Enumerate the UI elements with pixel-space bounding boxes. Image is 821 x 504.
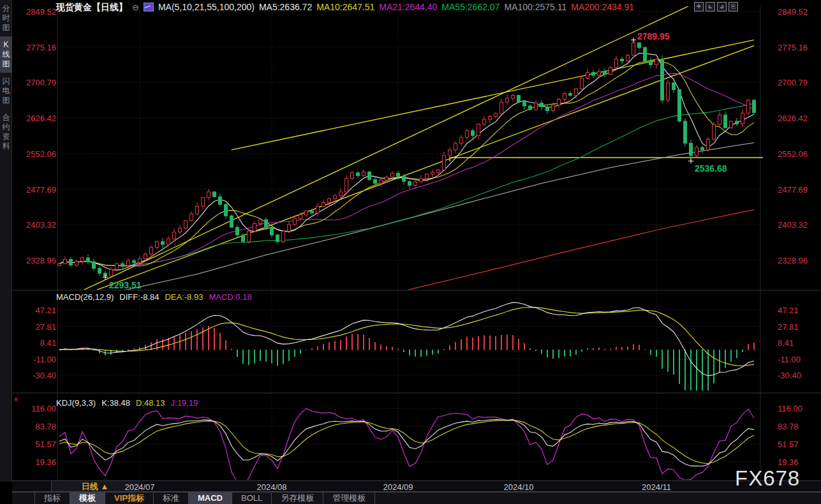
bottom-toolbar: 指标模板VIP指标标准MACDBOLL另存模板管理模板	[12, 492, 821, 504]
interval-arrow-icon: ▲	[100, 482, 108, 491]
crosshair-icon[interactable]: ✛	[694, 2, 704, 11]
macd-pane-header: MACD(26,12,9)DIFF:-8.84DEA:-8.93MACD:0.1…	[56, 292, 263, 302]
price-axis-label: 2328.96	[778, 255, 808, 265]
price-axis-label: 2552.06	[13, 149, 56, 158]
kdj-axis-label: 116.00	[13, 404, 56, 413]
kdj-axis-label: 19.36	[778, 457, 799, 467]
macd-axis-label: -11.00	[13, 354, 56, 364]
sidebar-item-合约资料[interactable]: 合约资料	[0, 109, 12, 155]
sidebar-item-闪电图[interactable]: 闪电图	[0, 73, 12, 109]
chart-type-icon	[144, 3, 154, 11]
indicator-value: MACD:0.18	[209, 292, 251, 302]
toolbar-button-指标[interactable]: 指标	[34, 493, 70, 504]
kdj-pane-header: KDJ(9,3,3)K:38.48D:48.13J:19.19	[56, 398, 209, 408]
macd-axis-label: 47.21	[13, 306, 56, 315]
indicator-value: DEA:-8.93	[165, 292, 203, 302]
kdj-axis-label: 83.78	[13, 422, 56, 431]
export-panel-icon[interactable]: ⎘	[729, 2, 738, 11]
sidebar-item-分时图[interactable]: 分时图	[0, 0, 12, 36]
price-axis-label: 2700.79	[13, 78, 56, 87]
price-axis-label: 2552.06	[778, 149, 808, 158]
price-axis-label: 2775.16	[778, 42, 808, 52]
price-axis-label: 2849.52	[13, 7, 56, 17]
sidebar-item-K线图[interactable]: K线图	[0, 36, 12, 73]
price-axis-label: 2626.42	[778, 114, 808, 123]
price-axis-label: 2403.32	[13, 220, 56, 230]
price-axis-label: 2626.42	[13, 114, 56, 123]
toolbar-button-MACD[interactable]: MACD	[189, 493, 232, 504]
macd-axis-label: 8.41	[13, 338, 56, 348]
price-annotation: 2536.68	[695, 163, 727, 174]
chart-header: 现货黄金【日线】⊖MA(5,10,21,55,100,200)MA5:2636.…	[56, 2, 643, 12]
collapse-icon[interactable]: ⊖	[132, 3, 139, 12]
alert-starburst-icon: ✳	[13, 396, 18, 404]
macd-axis-label: 27.81	[778, 322, 799, 331]
ma-value: MA200:2434.91	[571, 2, 634, 12]
kdj-axis-label: 51.57	[778, 440, 799, 449]
scale-left-icon[interactable]: ⊾	[706, 2, 715, 11]
kdj-axis-label: 51.57	[13, 440, 56, 449]
price-axis-label: 2849.52	[778, 7, 808, 17]
window-icons: ✛⊾⊿⎘	[694, 2, 738, 11]
x-axis-label: 2024/11	[642, 482, 671, 492]
kdj-axis-label: 83.78	[778, 422, 799, 431]
scale-right-icon[interactable]: ⊿	[717, 2, 727, 11]
ma-value: MA100:2575.11	[504, 2, 566, 12]
symbol-title: 现货黄金【日线】	[56, 2, 128, 12]
price-annotation: 2293.51	[109, 280, 142, 290]
x-axis-label: 2024/09	[383, 482, 413, 492]
ma-value: MA55:2662.07	[441, 2, 499, 12]
x-axis-label: 2024/08	[257, 482, 287, 492]
indicator-value: DIFF:-8.84	[119, 292, 159, 302]
watermark: FX678	[735, 466, 800, 491]
chart-application: 分时图K线图闪电图合约资料 现货黄金【日线】⊖MA(5,10,21,55,100…	[0, 0, 821, 504]
ma-value: MA5:2636.72	[259, 2, 312, 12]
price-axis-label: 2403.32	[778, 220, 808, 230]
chart-type-sidebar: 分时图K线图闪电图合约资料	[0, 0, 12, 482]
macd-params-label: MACD(26,12,9)	[56, 292, 114, 302]
price-annotation: 2789.95	[637, 31, 670, 41]
ma-params-label: MA(5,10,21,55,100,200)	[158, 2, 255, 12]
x-axis-label: 2024/10	[504, 482, 534, 492]
chart-canvas[interactable]	[0, 0, 821, 504]
ma-value: MA21:2644.40	[379, 2, 437, 12]
x-axis-label: 2024/07	[125, 482, 155, 492]
ma-values: MA5:2636.72MA10:2647.51MA21:2644.40MA55:…	[259, 2, 639, 12]
indicator-value: K:38.48	[101, 398, 130, 408]
kdj-params-label: KDJ(9,3,3)	[56, 398, 96, 408]
price-axis-label: 2700.79	[778, 78, 808, 87]
price-axis-label: 2775.16	[13, 42, 56, 52]
toolbar-button-标准[interactable]: 标准	[154, 493, 189, 504]
macd-axis-label: -11.00	[778, 354, 801, 364]
macd-axis-label: 27.81	[13, 322, 56, 331]
price-axis-label: 2328.96	[13, 255, 56, 265]
macd-axis-label: -30.40	[778, 371, 801, 380]
toolbar-button-VIP指标[interactable]: VIP指标	[105, 493, 154, 504]
price-axis-label: 2477.69	[13, 184, 56, 194]
kdj-axis-label: 116.00	[778, 404, 803, 413]
toolbar-button-另存模板[interactable]: 另存模板	[272, 493, 323, 504]
kdj-axis-label: 19.36	[13, 457, 56, 467]
ma-value: MA10:2647.51	[316, 2, 374, 12]
indicator-value: D:48.13	[136, 398, 165, 408]
price-axis-label: 2477.69	[778, 184, 808, 194]
interval-label: 日线	[82, 482, 98, 491]
toolbar-button-模板[interactable]: 模板	[70, 493, 105, 504]
macd-axis-label: -30.40	[13, 371, 56, 380]
toolbar-button-BOLL[interactable]: BOLL	[232, 493, 272, 504]
macd-axis-label: 8.41	[778, 338, 794, 348]
indicator-value: J:19.19	[171, 398, 198, 408]
toolbar-button-管理模板[interactable]: 管理模板	[323, 493, 375, 504]
macd-axis-label: 47.21	[778, 306, 799, 315]
